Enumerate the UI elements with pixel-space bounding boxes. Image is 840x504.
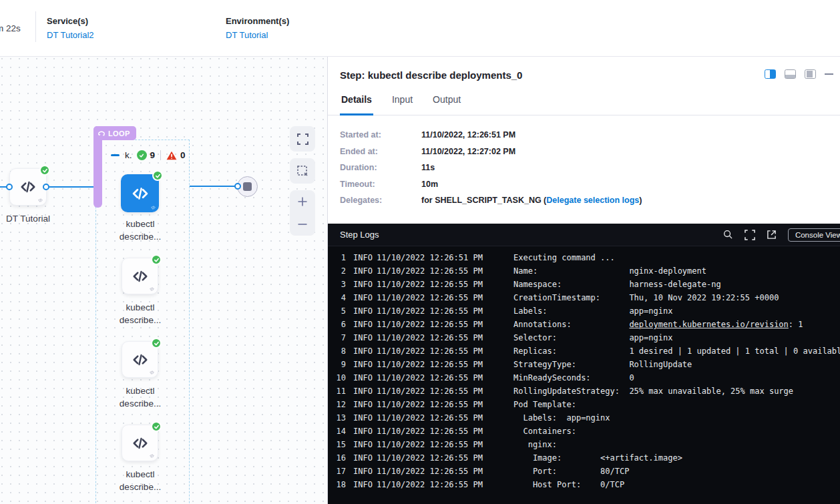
detail-value: 11/10/2022, 12:26:51 PM — [421, 130, 515, 141]
log-line: 1INFO11/10/2022 12:26:51 PMExecuting com… — [328, 251, 840, 264]
detail-label: Duration: — [340, 163, 421, 174]
node-kubectl-describe-selected[interactable] — [121, 174, 159, 212]
details-section: Started at: 11/10/2022, 12:26:51 PM Ende… — [328, 115, 840, 224]
success-badge — [151, 338, 162, 348]
log-line: 10INFO11/10/2022 12:26:55 PMMinReadySeco… — [328, 371, 840, 385]
code-icon — [131, 184, 150, 203]
fit-to-screen-button[interactable] — [290, 126, 315, 152]
service-label: Service(s) — [47, 16, 94, 26]
success-badge — [151, 421, 162, 432]
code-corner-icon — [149, 370, 155, 375]
stage-header: k. 9 0 — [111, 150, 186, 160]
layout-bottom-view-icon[interactable] — [785, 69, 796, 79]
code-icon — [132, 351, 149, 368]
step-logs-header: Step Logs Console View — [328, 224, 840, 246]
console-view-button[interactable]: Console View — [788, 228, 840, 242]
log-line: 2INFO11/10/2022 12:26:55 PMName: nginx-d… — [328, 264, 840, 278]
success-count: 9 — [150, 150, 156, 160]
node-kubectl-describe[interactable] — [122, 425, 158, 461]
code-corner-icon — [150, 205, 156, 210]
fullscreen-icon — [297, 134, 308, 145]
marquee-icon — [296, 165, 308, 177]
detail-row: Started at: 11/10/2022, 12:26:51 PM — [340, 130, 828, 141]
success-count-icon — [137, 150, 147, 160]
code-corner-icon — [149, 453, 155, 459]
connector-end[interactable] — [234, 183, 241, 190]
log-line: 5INFO11/10/2022 12:26:55 PMLabels: app=n… — [328, 304, 840, 318]
loop-badge[interactable]: LOOP — [93, 126, 136, 140]
log-line: 15INFO11/10/2022 12:26:55 PM nginx: — [328, 438, 840, 451]
plus-icon — [297, 196, 308, 207]
tab-details[interactable]: Details — [340, 94, 373, 115]
log-line: 8INFO11/10/2022 12:26:55 PMReplicas: 1 d… — [328, 344, 840, 358]
success-badge — [39, 165, 50, 176]
tab-input[interactable]: Input — [391, 94, 414, 115]
detail-row: Duration: 11s — [340, 163, 828, 174]
marquee-select-button[interactable] — [290, 158, 315, 184]
zoom-controls — [290, 190, 315, 236]
tab-output[interactable]: Output — [431, 94, 462, 115]
log-line: 4INFO11/10/2022 12:26:55 PMCreationTimes… — [328, 291, 840, 304]
delegate-selection-logs-link[interactable]: Delegate selection logs — [546, 196, 639, 205]
open-in-new-icon[interactable] — [767, 230, 777, 240]
log-line: 14INFO11/10/2022 12:26:55 PM Containers: — [328, 425, 840, 438]
delegates-suffix: ) — [639, 196, 642, 205]
service-link[interactable]: DT Tutorial2 — [47, 30, 94, 40]
pipeline-canvas[interactable]: LOOP k. 9 0 DT T — [0, 57, 327, 504]
node-label: DT Tutorial — [0, 212, 65, 225]
detail-value: for SHELL_SCRIPT_TASK_NG (Delegate selec… — [421, 196, 642, 206]
layout-split-view-icon[interactable] — [765, 69, 776, 79]
connector-out[interactable] — [43, 184, 49, 190]
node-label: kubectldescribe... — [103, 301, 177, 326]
code-corner-icon — [37, 198, 43, 203]
zoom-in-button[interactable] — [290, 192, 315, 212]
code-corner-icon — [149, 286, 155, 292]
success-badge — [151, 254, 162, 265]
node-label: kubectl describe... — [103, 218, 177, 243]
log-line: 7INFO11/10/2022 12:26:55 PMSelector: app… — [328, 331, 840, 344]
layout-right-view-icon[interactable] — [805, 69, 816, 79]
detail-value: 11s — [421, 163, 435, 174]
detail-value: 10m — [421, 180, 438, 190]
node-kubectl-describe[interactable] — [122, 258, 158, 294]
count-divider — [160, 150, 161, 160]
code-icon — [132, 268, 149, 285]
step-tabs: Details Input Output — [328, 94, 840, 115]
log-line: 3INFO11/10/2022 12:26:55 PMNamespace: ha… — [328, 278, 840, 291]
step-logs-title: Step Logs — [340, 230, 379, 240]
log-line: 12INFO11/10/2022 12:26:55 PMPod Template… — [328, 398, 840, 411]
detail-row-delegates: Delegates: for SHELL_SCRIPT_TASK_NG (Del… — [340, 196, 828, 206]
edge-start-to-loop — [45, 186, 95, 188]
execution-header: m 22s Service(s) DT Tutorial2 Environmen… — [0, 0, 840, 56]
log-line: 13INFO11/10/2022 12:26:55 PM Labels: app… — [328, 411, 840, 425]
environment-block: Environment(s) DT Tutorial — [226, 16, 289, 40]
detail-row: Timeout: 10m — [340, 180, 828, 190]
log-lines[interactable]: 1INFO11/10/2022 12:26:51 PMExecuting com… — [328, 246, 840, 504]
minimize-icon[interactable] — [825, 73, 833, 75]
log-line: 9INFO11/10/2022 12:26:55 PMStrategyType:… — [328, 358, 840, 371]
success-badge — [152, 170, 163, 181]
code-icon — [19, 178, 37, 196]
collapse-icon[interactable] — [111, 154, 120, 156]
elapsed-time: m 22s — [0, 23, 21, 33]
node-kubectl-describe[interactable] — [122, 341, 158, 378]
log-line: 18INFO11/10/2022 12:26:55 PM Host Port: … — [328, 478, 840, 491]
stage-name: k. — [125, 150, 132, 160]
environment-link[interactable]: DT Tutorial — [226, 30, 289, 40]
fullscreen-logs-icon[interactable] — [745, 230, 755, 240]
node-label: kubectldescribe... — [103, 385, 177, 410]
log-link[interactable]: deployment.kubernetes.io/revision — [629, 320, 788, 329]
connector-in[interactable] — [6, 184, 13, 190]
warning-icon — [166, 151, 177, 160]
minus-icon — [297, 223, 308, 226]
search-icon[interactable] — [723, 230, 733, 240]
node-dt-tutorial[interactable] — [9, 168, 47, 206]
detail-label: Started at: — [340, 130, 421, 141]
detail-label: Timeout: — [340, 180, 421, 190]
zoom-out-button[interactable] — [290, 214, 315, 234]
failed-count: 0 — [180, 150, 186, 160]
environment-label: Environment(s) — [226, 16, 289, 26]
step-logs-section: Step Logs Console View 1INFO — [328, 224, 840, 504]
detail-value: 11/10/2022, 12:27:02 PM — [421, 147, 515, 158]
service-block: Service(s) DT Tutorial2 — [47, 16, 94, 40]
